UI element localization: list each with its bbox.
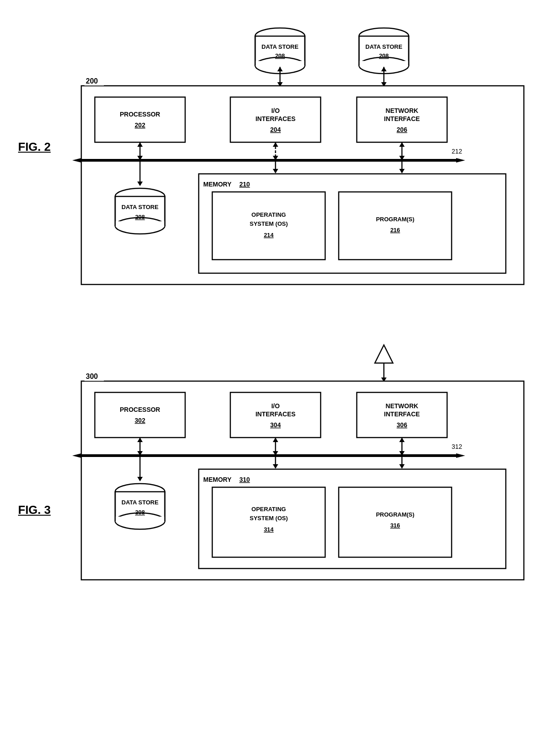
fig2-section: FIG. 2 DATA STORE 208 DATA STORE 208 — [9, 14, 551, 318]
svg-text:I/O: I/O — [271, 107, 280, 114]
svg-text:200: 200 — [86, 77, 98, 85]
svg-text:NETWORK: NETWORK — [386, 107, 418, 114]
svg-marker-73 — [375, 345, 393, 363]
svg-text:I/O: I/O — [271, 402, 280, 410]
svg-text:208: 208 — [135, 214, 145, 220]
svg-rect-54 — [116, 221, 164, 227]
svg-text:206: 206 — [397, 126, 407, 133]
svg-rect-108 — [116, 517, 164, 522]
svg-text:DATA STORE: DATA STORE — [121, 499, 159, 506]
svg-text:DATA STORE: DATA STORE — [365, 43, 402, 50]
svg-text:310: 310 — [239, 476, 250, 483]
fig3-section: FIG. 3 300 PROCESSOR 302 I/O INTERFACES … — [9, 336, 551, 640]
fig3-label: FIG. 3 — [18, 503, 51, 517]
svg-text:MEMORY: MEMORY — [203, 476, 232, 483]
svg-text:202: 202 — [135, 121, 145, 129]
fig3-diagram: 300 PROCESSOR 302 I/O INTERFACES 304 NET… — [59, 340, 555, 638]
fig2-diagram: DATA STORE 208 DATA STORE 208 200 — [59, 18, 555, 316]
svg-text:214: 214 — [264, 232, 274, 238]
svg-text:208: 208 — [379, 52, 389, 59]
fig2-label: FIG. 2 — [18, 140, 51, 154]
svg-text:312: 312 — [452, 443, 462, 450]
svg-text:SYSTEM (OS): SYSTEM (OS) — [250, 515, 288, 522]
svg-text:316: 316 — [390, 522, 400, 529]
svg-text:208: 208 — [275, 52, 285, 59]
svg-text:OPERATING: OPERATING — [252, 211, 286, 218]
svg-marker-38 — [72, 158, 81, 163]
svg-text:NETWORK: NETWORK — [386, 402, 418, 410]
svg-text:OPERATING: OPERATING — [252, 506, 286, 513]
svg-rect-3 — [256, 61, 304, 66]
svg-text:212: 212 — [452, 148, 462, 155]
svg-rect-25 — [95, 97, 185, 142]
svg-rect-120 — [212, 487, 325, 557]
svg-text:PROCESSOR: PROCESSOR — [120, 111, 160, 118]
svg-text:INTERFACE: INTERFACE — [384, 115, 420, 122]
svg-text:210: 210 — [239, 181, 250, 188]
svg-text:SYSTEM (OS): SYSTEM (OS) — [250, 220, 288, 227]
svg-text:MEMORY: MEMORY — [203, 181, 232, 188]
svg-marker-92 — [72, 453, 81, 458]
svg-text:300: 300 — [86, 373, 98, 380]
page: FIG. 2 DATA STORE 208 DATA STORE 208 — [0, 0, 560, 755]
svg-text:PROGRAM(S): PROGRAM(S) — [376, 511, 414, 518]
svg-text:DATA STORE: DATA STORE — [121, 204, 159, 210]
svg-text:308: 308 — [135, 509, 145, 516]
svg-text:306: 306 — [397, 421, 407, 429]
svg-text:204: 204 — [270, 126, 281, 133]
svg-text:INTERFACES: INTERFACES — [256, 410, 296, 418]
svg-text:314: 314 — [264, 526, 274, 533]
svg-text:216: 216 — [390, 227, 400, 233]
svg-text:302: 302 — [135, 417, 145, 424]
svg-rect-11 — [359, 61, 408, 66]
svg-text:PROCESSOR: PROCESSOR — [120, 406, 160, 413]
svg-text:INTERFACES: INTERFACES — [256, 115, 296, 122]
svg-text:PROGRAM(S): PROGRAM(S) — [376, 216, 414, 223]
svg-rect-70 — [339, 192, 452, 260]
svg-text:DATA STORE: DATA STORE — [261, 43, 299, 50]
svg-text:304: 304 — [270, 421, 281, 429]
svg-text:INTERFACE: INTERFACE — [384, 410, 420, 418]
svg-rect-79 — [95, 392, 185, 438]
